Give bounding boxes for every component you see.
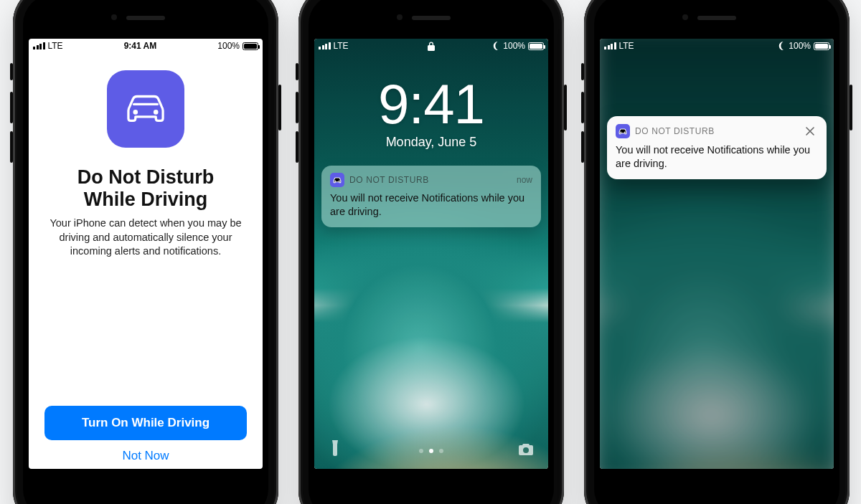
notification-card[interactable]: DO NOT DISTURB now You will not receive … bbox=[321, 166, 541, 227]
three-iphone-showcase: LTE 9:41 AM 100% bbox=[0, 0, 861, 504]
prompt-description: Your iPhone can detect when you may be d… bbox=[44, 217, 247, 259]
svg-point-0 bbox=[133, 110, 138, 115]
signal-icon bbox=[33, 42, 45, 49]
prompt-title: Do Not Disturb While Driving bbox=[77, 166, 214, 211]
close-icon[interactable] bbox=[802, 123, 818, 139]
svg-point-2 bbox=[334, 180, 336, 181]
notification-timestamp: now bbox=[517, 175, 532, 185]
not-now-button[interactable]: Not Now bbox=[122, 449, 169, 463]
car-app-icon bbox=[330, 173, 344, 187]
screen-dnd-prompt: LTE 9:41 AM 100% bbox=[29, 39, 263, 469]
status-bar: LTE 9:41 AM 100% bbox=[29, 39, 263, 53]
notification-body: You will not receive Notifications while… bbox=[330, 191, 532, 219]
carrier-label: LTE bbox=[619, 41, 634, 51]
status-bar: LTE 100% bbox=[314, 39, 548, 53]
notification-app-name: DO NOT DISTURB bbox=[635, 126, 715, 136]
svg-point-5 bbox=[624, 131, 626, 133]
lock-icon bbox=[428, 42, 435, 51]
battery-percent: 100% bbox=[503, 41, 525, 51]
lockscreen-time: 9:41 bbox=[314, 76, 548, 132]
battery-percent: 100% bbox=[789, 41, 811, 51]
svg-point-4 bbox=[620, 131, 621, 133]
car-app-icon bbox=[616, 124, 630, 138]
iphone-frame-2: LTE 100% 9:41 Monday, June bbox=[298, 0, 564, 504]
battery-icon bbox=[814, 42, 829, 50]
lockscreen-clock: 9:41 Monday, June 5 bbox=[314, 76, 548, 150]
battery-percent: 100% bbox=[217, 41, 240, 51]
status-bar: LTE 100% bbox=[600, 39, 834, 53]
page-indicator bbox=[419, 449, 443, 453]
statusbar-time: 9:41 AM bbox=[124, 41, 157, 51]
notification-card[interactable]: DO NOT DISTURB You will not receive Noti… bbox=[607, 116, 827, 179]
moon-icon bbox=[491, 42, 500, 50]
lockscreen-date: Monday, June 5 bbox=[314, 135, 548, 150]
carrier-label: LTE bbox=[334, 41, 349, 51]
iphone-frame-1: LTE 9:41 AM 100% bbox=[13, 0, 278, 504]
moon-icon bbox=[777, 42, 786, 50]
signal-icon bbox=[319, 42, 331, 49]
signal-icon bbox=[604, 42, 616, 49]
battery-icon bbox=[243, 42, 258, 50]
svg-point-1 bbox=[154, 110, 159, 115]
screen-notification-expanded: LTE 100% bbox=[600, 39, 834, 469]
car-app-icon bbox=[107, 70, 184, 148]
battery-icon bbox=[528, 42, 544, 50]
camera-icon[interactable] bbox=[518, 443, 534, 459]
screen-lockscreen: LTE 100% 9:41 Monday, June bbox=[314, 39, 548, 469]
notification-app-name: DO NOT DISTURB bbox=[349, 175, 429, 185]
carrier-label: LTE bbox=[48, 41, 63, 51]
turn-on-button[interactable]: Turn On While Driving bbox=[44, 406, 247, 440]
flashlight-icon[interactable] bbox=[329, 440, 342, 459]
svg-point-3 bbox=[339, 180, 340, 181]
notification-body: You will not receive Notifications while… bbox=[616, 143, 818, 171]
iphone-frame-3: LTE 100% bbox=[584, 0, 850, 504]
